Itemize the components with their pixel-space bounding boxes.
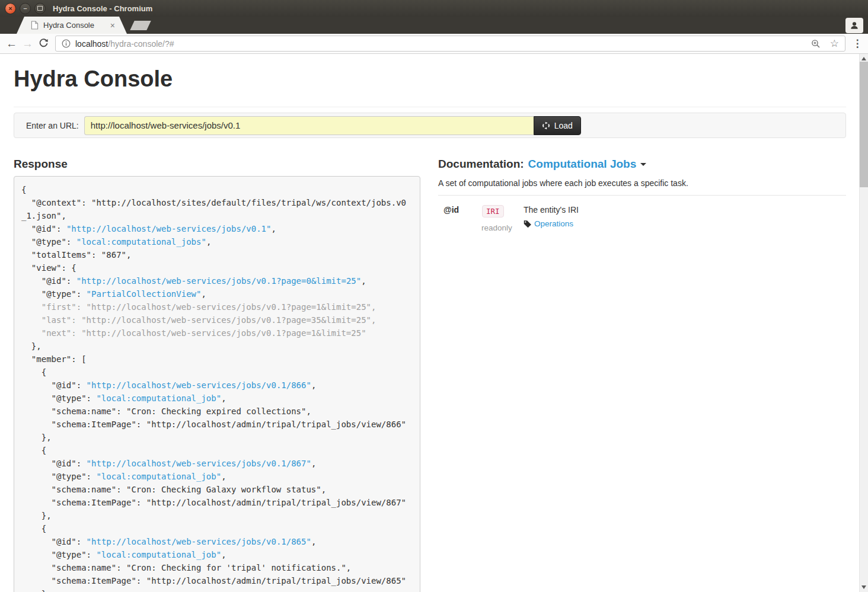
json-link[interactable]: "http://localhost/web-services/jobs/v0.1… [87, 380, 311, 390]
json-line: "schema:ItemPage": "http://localhost/adm… [21, 496, 409, 509]
json-text: "next": "http://localhost/web-services/j… [21, 328, 366, 338]
back-button[interactable]: ← [4, 38, 20, 49]
json-text: "view": { [21, 263, 76, 273]
page-info-icon[interactable] [62, 39, 71, 48]
bookmark-star-icon[interactable]: ☆ [830, 37, 839, 50]
json-text: "@id": [21, 537, 87, 546]
new-tab-button[interactable] [130, 21, 151, 30]
reload-button[interactable] [36, 38, 52, 50]
json-text: { [21, 185, 26, 194]
json-text: , [221, 550, 226, 559]
url-input-label: Enter an URL: [26, 121, 79, 130]
json-link[interactable]: "local:computational_job" [96, 550, 221, 559]
json-line: { [21, 522, 409, 535]
property-name: @id [443, 205, 482, 232]
property-access-label: readonly [481, 223, 524, 232]
window-close-button[interactable]: × [5, 3, 16, 14]
json-line: "view": { [21, 261, 409, 274]
json-text: , [221, 393, 226, 403]
scroll-down-arrow-icon[interactable] [861, 585, 866, 589]
json-text: "@type": [21, 393, 96, 403]
json-text: "schema:name": "Cron: Checking for 'trip… [21, 563, 351, 572]
json-line: "first": "http://localhost/web-services/… [21, 300, 409, 313]
json-text: "schema:ItemPage": "http://localhost/adm… [21, 420, 406, 429]
scroll-up-arrow-icon[interactable] [861, 57, 866, 60]
json-line: "member": [ [21, 353, 409, 366]
operations-row: Operations [524, 219, 846, 228]
zoom-icon[interactable] [811, 39, 821, 49]
url-form-panel: Enter an URL: Load [14, 113, 846, 138]
tab-close-icon[interactable]: × [110, 21, 115, 30]
property-description-column: The entity's IRI Operations [524, 205, 846, 232]
tab-title: Hydra Console [43, 21, 110, 30]
json-text: "member": [ [21, 354, 87, 364]
json-line: { [21, 183, 409, 196]
page-favicon-icon [31, 21, 39, 30]
refresh-icon [542, 121, 550, 130]
documentation-column: Documentation: Computational Jobs A set … [438, 157, 846, 592]
profile-avatar-button[interactable] [845, 18, 863, 33]
window-minimize-button[interactable]: – [20, 3, 31, 14]
service-url-input[interactable] [84, 116, 534, 135]
json-line: }, [21, 509, 409, 522]
tag-icon [524, 220, 532, 228]
json-line: "@type": "local:computational_job", [21, 392, 409, 405]
json-link[interactable]: "PartialCollectionView" [87, 289, 202, 299]
json-link[interactable]: "local:computational_job" [96, 393, 221, 403]
chevron-down-icon[interactable] [640, 163, 646, 166]
json-text: "@type": [21, 550, 96, 559]
documentation-class-dropdown[interactable]: Computational Jobs [528, 158, 637, 171]
url-path: /hydra-console/?# [108, 39, 174, 49]
json-text: "schema:ItemPage": "http://localhost/adm… [21, 576, 406, 585]
json-line: "totalItems": "867", [21, 248, 409, 261]
forward-button[interactable]: → [20, 38, 36, 49]
documentation-divider [438, 195, 846, 196]
tab-strip: Hydra Console × [0, 17, 868, 34]
json-text: "@type": [21, 289, 87, 299]
json-link[interactable]: "local:computational_job" [96, 472, 221, 481]
json-text: }, [21, 589, 52, 592]
json-line: "schema:ItemPage": "http://localhost/adm… [21, 574, 409, 587]
minimize-icon: – [23, 5, 27, 12]
json-line: "schema:ItemPage": "http://localhost/adm… [21, 418, 409, 431]
json-line: }, [21, 587, 409, 592]
restore-icon [37, 6, 43, 11]
json-line: }, [21, 431, 409, 444]
window-controls: × – [5, 3, 46, 14]
scrollbar-thumb[interactable] [860, 62, 868, 187]
json-text: "@context": "http://localhost/sites/defa… [21, 198, 406, 220]
page-scrollbar[interactable] [859, 54, 868, 592]
json-link[interactable]: "http://localhost/web-services/jobs/v0.1… [76, 276, 361, 286]
json-link[interactable]: "http://localhost/web-services/jobs/v0.1… [87, 459, 311, 468]
json-link[interactable]: "local:computational_jobs" [76, 237, 206, 247]
address-bar[interactable]: localhost/hydra-console/?# ☆ [55, 36, 845, 52]
json-text: "first": "http://localhost/web-services/… [21, 302, 376, 312]
json-text: "last": "http://localhost/web-services/j… [21, 315, 376, 325]
json-line: "next": "http://localhost/web-services/j… [21, 327, 409, 340]
json-text: "@type": [21, 237, 76, 247]
json-text: "totalItems": "867", [21, 250, 131, 260]
json-text: "@id": [21, 276, 76, 286]
json-line: "schema:name": "Cron: Checking Galaxy wo… [21, 483, 409, 496]
json-text: "@type": [21, 472, 96, 481]
json-text: { [21, 524, 46, 533]
json-text: , [221, 472, 226, 481]
json-text: "schema:name": "Cron: Checking expired c… [21, 407, 311, 416]
browser-tab[interactable]: Hydra Console × [17, 17, 127, 34]
json-text: , [271, 224, 276, 233]
json-link[interactable]: "http://localhost/web-services/jobs/v0.1… [66, 224, 272, 233]
person-icon [850, 21, 859, 30]
load-button[interactable]: Load [534, 116, 581, 135]
json-line: "schema:name": "Cron: Checking expired c… [21, 405, 409, 418]
json-line: "@type": "PartialCollectionView", [21, 287, 409, 300]
browser-menu-button[interactable]: ⋮ [851, 37, 863, 50]
window-restore-button[interactable] [34, 3, 46, 14]
operations-link[interactable]: Operations [534, 219, 573, 228]
load-button-label: Load [554, 121, 573, 130]
browser-toolbar: ← → localhost/hydra-console/?# ☆ ⋮ [0, 34, 868, 54]
json-text: "@id": [21, 224, 66, 233]
json-link[interactable]: "http://localhost/web-services/jobs/v0.1… [87, 537, 311, 546]
json-text: , [311, 380, 316, 390]
json-line: "@type": "local:computational_job", [21, 548, 409, 561]
json-text: , [201, 289, 206, 299]
